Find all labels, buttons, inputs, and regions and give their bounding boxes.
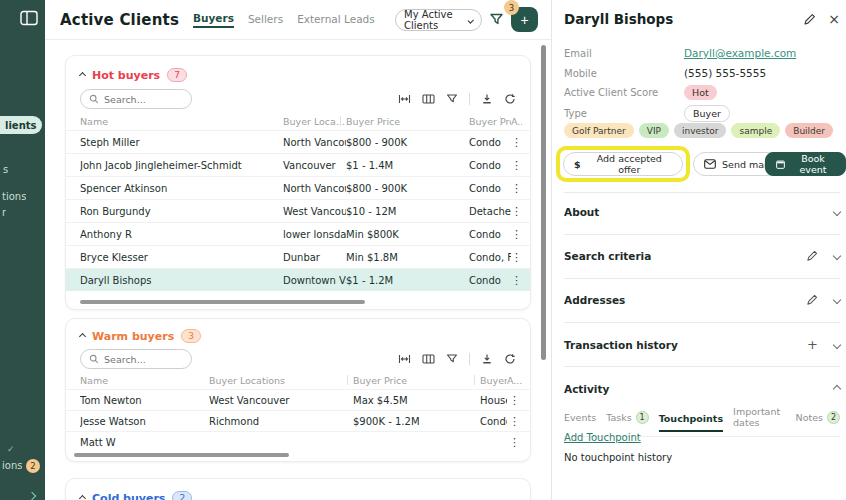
download-icon[interactable] (481, 93, 493, 105)
section-activity: Activity (564, 383, 609, 395)
sidebar-item-1[interactable]: s (3, 164, 8, 175)
group-count-badge: 2 (172, 491, 192, 500)
row-menu-icon[interactable]: ⋮ (511, 136, 522, 149)
chevron-down-icon[interactable] (833, 208, 841, 216)
filter-icon[interactable] (489, 12, 504, 27)
row-menu-icon[interactable]: ⋮ (507, 415, 522, 428)
search-input[interactable] (104, 94, 174, 105)
panel-toggle-icon[interactable] (20, 10, 38, 26)
add-touchpoint-link[interactable]: Add Touchpoint (564, 432, 641, 443)
edit-pencil-icon[interactable] (806, 250, 818, 262)
close-icon[interactable]: × (828, 11, 840, 27)
client-type-tabs: Buyers Sellers External Leads (193, 12, 375, 28)
collapse-chevron-icon[interactable] (79, 71, 86, 78)
tag[interactable]: VIP (639, 123, 669, 138)
type-badge: Buyer (684, 105, 730, 122)
columns-icon[interactable] (422, 353, 435, 365)
tasks-count-badge: 1 (636, 411, 649, 424)
sidebar-item-2[interactable]: tions (2, 191, 26, 202)
edit-pencil-icon[interactable] (803, 13, 816, 26)
sidebar-item-bottom[interactable]: ions (2, 460, 22, 471)
chevron-down-icon[interactable] (833, 252, 841, 260)
chevron-up-icon[interactable] (833, 385, 841, 393)
field-label: Active Client Score (564, 87, 684, 98)
search-input[interactable] (104, 354, 174, 365)
tag[interactable]: Builder (785, 123, 833, 138)
chevron-down-icon[interactable] (833, 296, 841, 304)
horizontal-scrollbar[interactable] (80, 300, 365, 304)
refresh-icon[interactable] (504, 353, 516, 365)
table-row[interactable]: Matt W ⋮ (66, 431, 530, 452)
notes-count-badge: 2 (827, 411, 840, 424)
table-header: Name Buyer Locations Buyer Price Buyer..… (66, 371, 530, 389)
tag[interactable]: sample (731, 123, 780, 138)
table-row[interactable]: Ron BurgundyWest Vancouver $10 - 12MDeta… (66, 199, 530, 222)
vertical-scrollbar[interactable] (541, 45, 546, 360)
table-row[interactable]: Bryce KlesserDunbar Min $1.8MCondo, F ⋮ (66, 245, 530, 268)
tab-notes[interactable]: Notes 2 (796, 411, 840, 426)
table-row[interactable]: Spencer AtkinsonNorth Vancouver $800 - 9… (66, 176, 530, 199)
score-badge: Hot (684, 85, 717, 100)
search-input-wrap (80, 349, 192, 369)
download-icon[interactable] (481, 353, 493, 365)
table-row[interactable]: Anthony Rlower lonsdale Min $800KCondo ⋮ (66, 222, 530, 245)
row-menu-icon[interactable]: ⋮ (511, 228, 522, 241)
table-row-selected[interactable]: Daryll BishopsDowntown Vancouver $1 - 1.… (66, 268, 530, 291)
row-menu-icon[interactable]: ⋮ (511, 205, 522, 218)
add-plus-icon[interactable]: + (807, 338, 818, 351)
client-detail-panel: Daryll Bishops × Email Daryll@example.co… (551, 0, 846, 500)
toolbar-divider (469, 93, 470, 105)
book-event-button[interactable]: Book event (765, 152, 846, 176)
row-menu-icon[interactable]: ⋮ (511, 182, 522, 195)
sidebar-count-badge: 2 (26, 459, 40, 473)
collapse-chevron-icon[interactable] (79, 494, 86, 500)
sidebar-item-3[interactable]: r (2, 207, 6, 218)
add-accepted-offer-button[interactable]: $ Add accepted offer (563, 152, 683, 176)
warm-buyers-card: Warm buyers 3 (65, 318, 531, 462)
field-label: Mobile (564, 68, 684, 79)
tab-sellers[interactable]: Sellers (248, 13, 283, 27)
tag-list: Golf Partner VIP investor sample Builder (564, 123, 844, 138)
list-select-dropdown[interactable]: My Active Clients (395, 9, 482, 31)
table-filter-icon[interactable] (446, 93, 458, 105)
mobile-value: (555) 555-5555 (684, 67, 840, 79)
tab-important-dates[interactable]: Important dates (733, 406, 785, 430)
tab-touchpoints[interactable]: Touchpoints (659, 413, 723, 432)
table-row[interactable]: Jesse WatsonRichmond $900K - 1.2MCondo ⋮ (66, 410, 530, 431)
tag[interactable]: investor (674, 123, 727, 138)
tab-events[interactable]: Events (564, 412, 596, 425)
email-link[interactable]: Daryll@example.com (684, 47, 840, 59)
refresh-icon[interactable] (504, 93, 516, 105)
columns-icon[interactable] (422, 93, 435, 105)
chevron-down-icon[interactable] (833, 340, 841, 348)
row-menu-icon[interactable]: ⋮ (507, 394, 522, 407)
tab-buyers[interactable]: Buyers (193, 12, 234, 28)
fit-columns-icon[interactable] (398, 353, 411, 365)
horizontal-scrollbar[interactable] (74, 453, 289, 457)
fit-columns-icon[interactable] (398, 93, 411, 105)
row-menu-icon[interactable]: ⋮ (511, 274, 522, 287)
table-row[interactable]: Tom NewtonWest Vancouver Max $4.5MHouse … (66, 389, 530, 410)
sidebar-expand-chevron-icon[interactable] (29, 484, 35, 500)
table-row[interactable]: John Jacob Jingleheimer-SchmidtVancouver… (66, 153, 530, 176)
search-icon (89, 354, 99, 364)
tab-external-leads[interactable]: External Leads (297, 13, 375, 27)
sidebar-nav: lients s tions r ✓ ions 2 (0, 0, 45, 500)
table-row[interactable]: Steph MillerNorth Vancouver $800 - 900KC… (66, 130, 530, 153)
table-filter-icon[interactable] (446, 353, 458, 365)
group-title-hot: Hot buyers (92, 69, 160, 82)
row-menu-icon[interactable]: ⋮ (511, 251, 522, 264)
group-title-cold: Cold buyers (92, 492, 165, 500)
hot-buyers-card: Hot buyers 7 (65, 55, 531, 310)
row-menu-icon[interactable]: ⋮ (511, 159, 522, 172)
search-icon (89, 94, 99, 104)
row-menu-icon[interactable]: ⋮ (507, 436, 522, 449)
collapse-chevron-icon[interactable] (79, 332, 86, 339)
sidebar-item-clients-active[interactable]: lients (0, 116, 42, 134)
tab-tasks[interactable]: Tasks 1 (606, 411, 648, 426)
search-input-wrap (80, 89, 192, 109)
main-content: Active Clients Buyers Sellers External L… (45, 0, 551, 500)
tag[interactable]: Golf Partner (564, 123, 634, 138)
field-label: Type (564, 108, 684, 119)
edit-pencil-icon[interactable] (806, 294, 818, 306)
